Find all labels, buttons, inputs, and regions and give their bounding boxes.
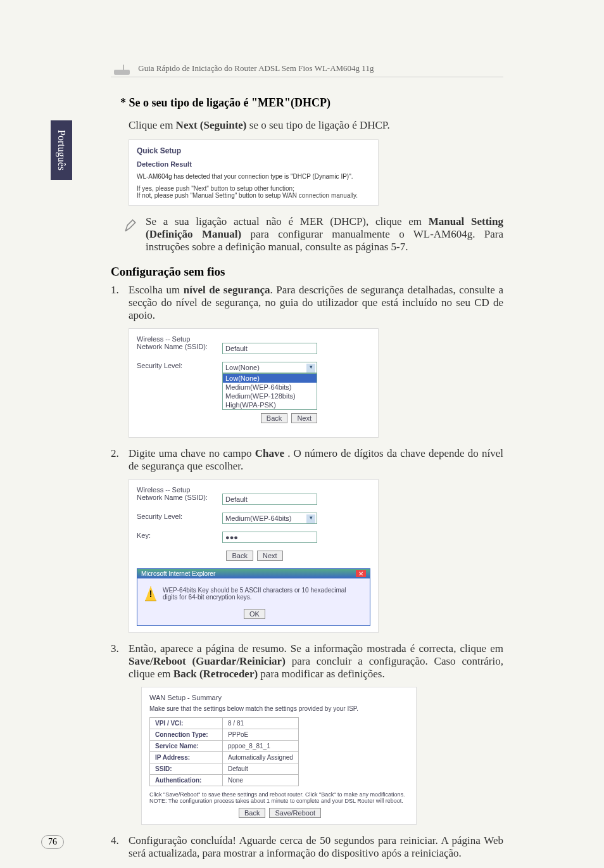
quicksetup-detected: WL-AM604g has detected that your connect… (137, 173, 370, 180)
back-button[interactable]: Back (261, 413, 287, 423)
click-next-text: Clique em Next (Seguinte) se o seu tipo … (129, 119, 503, 132)
wireless2-title: Wireless -- Setup (137, 486, 370, 494)
language-tab: Português (51, 120, 72, 180)
pencil-icon (123, 217, 139, 233)
table-row: VPI / VCI:8 / 81 (150, 718, 299, 729)
manual-setting-note: Se a sua ligação actual não é MER (DHCP)… (146, 215, 503, 253)
back-button-2[interactable]: Back (226, 551, 253, 561)
quicksetup-hint2: If not, please push "Manual Setting" but… (137, 192, 370, 199)
security-dropdown[interactable]: Low(None) ▾ (222, 362, 317, 373)
chevron-down-icon: ▾ (306, 514, 315, 523)
table-row: Connection Type:PPPoE (150, 729, 299, 741)
ok-button[interactable]: OK (244, 609, 265, 619)
security-dropdown-2[interactable]: Medium(WEP-64bits) ▾ (222, 513, 317, 524)
ie-dialog: Microsoft Internet Explorer ✕ ! WEP-64bi… (137, 568, 370, 626)
dialog-message: WEP-64bits Key should be 5 ASCII charact… (163, 587, 362, 601)
quicksetup-hint1: If yes, please push "Next" button to set… (137, 185, 370, 192)
page-number: 76 (41, 835, 64, 849)
table-row: Service Name:pppoe_8_81_1 (150, 741, 299, 752)
back-button-3[interactable]: Back (239, 808, 265, 818)
ssid-input-2[interactable]: Default (222, 494, 317, 505)
wireless-setup-1: Wireless -- Setup Network Name (SSID): D… (129, 328, 379, 438)
ssid-label: Network Name (SSID): (137, 343, 222, 350)
warning-icon: ! (145, 586, 156, 601)
summary-intro: Make sure that the settings below match … (149, 705, 408, 712)
router-icon (111, 63, 133, 75)
wireless-config-header: Configuração sem fios (111, 265, 503, 279)
wan-summary-screenshot: WAN Setup - Summary Make sure that the s… (141, 687, 417, 825)
security-label: Security Level: (137, 362, 222, 369)
key-label: Key: (137, 532, 222, 539)
ssid-label-2: Network Name (SSID): (137, 494, 222, 501)
next-button-2[interactable]: Next (257, 551, 283, 561)
step-4: 4. Configuração concluída! Aguarde cerca… (111, 834, 503, 860)
page-content: Guia Rápido de Iniciação do Router ADSL … (111, 63, 503, 868)
table-row: IP Address:Automatically Assigned (150, 752, 299, 763)
summary-table: VPI / VCI:8 / 81 Connection Type:PPPoE S… (149, 717, 299, 786)
opt-wep64[interactable]: Medium(WEP-64bits) (223, 383, 317, 392)
security-options: Low(None) Medium(WEP-64bits) Medium(WEP-… (222, 373, 317, 410)
ssid-input[interactable]: Default (222, 343, 317, 354)
header-text: Guia Rápido de Iniciação do Router ADSL … (138, 63, 374, 73)
quicksetup-title: Quick Setup (137, 146, 370, 155)
header-bar: Guia Rápido de Iniciação do Router ADSL … (111, 63, 503, 77)
step-3: 3. Então, aparece a página de resumo. Se… (111, 642, 503, 680)
key-input[interactable]: ●●● (222, 532, 317, 543)
step-2: 2. Digite uma chave no campo Chave . O n… (111, 447, 503, 473)
table-row: SSID:Default (150, 763, 299, 775)
opt-low-none[interactable]: Low(None) (223, 374, 317, 383)
quicksetup-subtitle: Detection Result (137, 160, 370, 168)
next-button[interactable]: Next (291, 413, 317, 423)
dialog-title-text: Microsoft Internet Explorer (141, 570, 215, 577)
security-label-2: Security Level: (137, 513, 222, 520)
wireless1-title: Wireless -- Setup (137, 335, 370, 343)
opt-wep128[interactable]: Medium(WEP-128bits) (223, 392, 317, 400)
close-icon[interactable]: ✕ (356, 570, 366, 577)
quicksetup-screenshot: Quick Setup Detection Result WL-AM604g h… (129, 139, 379, 206)
wireless-setup-2: Wireless -- Setup Network Name (SSID): D… (129, 479, 379, 633)
star-heading: * Se o seu tipo de ligação é "MER"(DHCP) (120, 96, 503, 110)
chevron-down-icon: ▾ (306, 364, 315, 373)
summary-title: WAN Setup - Summary (149, 694, 408, 701)
step-1: 1. Escolha um nível de segurança. Para d… (111, 284, 503, 322)
summary-note: Click "Save/Reboot" to save these settin… (149, 791, 408, 804)
opt-wpapsk[interactable]: High(WPA-PSK) (223, 400, 317, 409)
savereboot-button[interactable]: Save/Reboot (269, 808, 321, 818)
table-row: Authentication:None (150, 775, 299, 786)
